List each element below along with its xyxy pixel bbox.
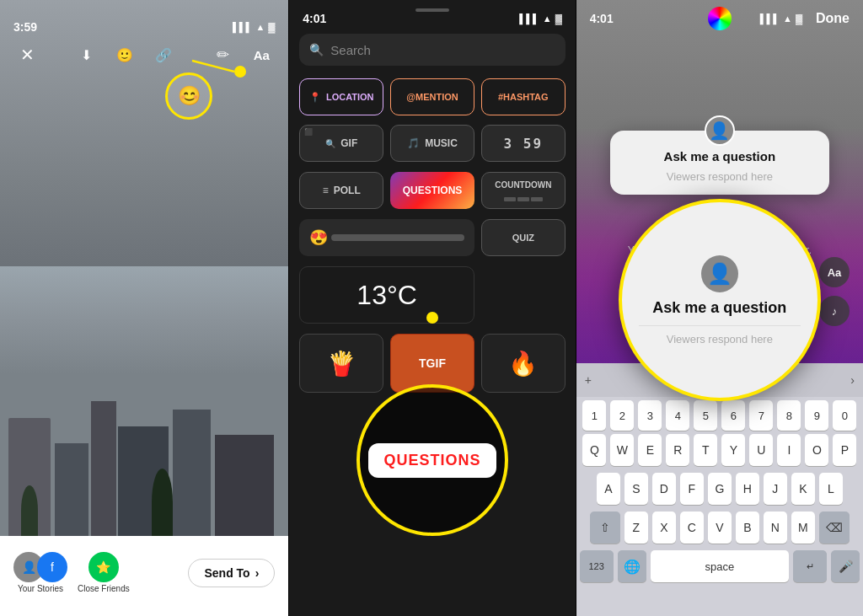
key-n[interactable]: N (764, 512, 787, 544)
sticker-button[interactable]: 😊 (165, 72, 212, 120)
poll-sticker[interactable]: ≡ POLL (299, 172, 383, 209)
return-key[interactable]: ↵ (793, 550, 827, 582)
key-w[interactable]: W (610, 434, 634, 466)
status-bar-panel3: 4:01 ▌▌▌ ▲ ▓ Done (576, 0, 863, 32)
countdown-sticker[interactable]: COUNTDOWN (481, 172, 566, 209)
done-button[interactable]: Done (816, 11, 850, 26)
send-to-button[interactable]: Send To › (188, 559, 275, 587)
music-button[interactable]: ♪ (819, 296, 850, 326)
mention-sticker[interactable]: @MENTION (390, 78, 474, 115)
battery-icon: ▓ (268, 22, 275, 32)
key-3[interactable]: 3 (638, 400, 662, 431)
key-0[interactable]: 0 (833, 400, 856, 431)
key-h[interactable]: H (736, 473, 759, 505)
key-2[interactable]: 2 (610, 400, 634, 431)
big-card-placeholder: Viewers respond here (639, 325, 801, 345)
keyboard: + Lol | Omg › 1 2 3 4 5 6 7 8 9 0 Q W E (576, 363, 863, 616)
key-y[interactable]: Y (721, 434, 745, 466)
key-t[interactable]: T (694, 434, 717, 466)
question-card-small: 👤 Ask me a question Viewers respond here (610, 131, 829, 195)
key-m[interactable]: M (791, 512, 815, 544)
timer-sticker[interactable]: ⬛ 3 59 (481, 125, 566, 162)
close-button[interactable]: ✕ (13, 41, 40, 68)
wifi-icon: ▲ (255, 22, 265, 32)
key-8[interactable]: 8 (777, 400, 801, 431)
time-panel3: 4:01 (590, 12, 614, 25)
text-icon[interactable]: Aa (248, 41, 275, 68)
text-style-button[interactable]: Aa (819, 257, 850, 287)
sticker-row-1: 📍 LOCATION @MENTION #HASHTAG (299, 78, 565, 115)
key-4[interactable]: 4 (666, 400, 689, 431)
top-right-controls: ▌▌▌ ▲ ▓ Done (760, 11, 850, 26)
question-card-big: 👤 Ask me a question Viewers respond here (619, 199, 821, 401)
key-d[interactable]: D (652, 473, 676, 505)
key-1[interactable]: 1 (582, 400, 606, 431)
key-a[interactable]: A (597, 473, 620, 505)
sticker-row-2: 🔍 GIF 🎵 MUSIC ⬛ 3 59 (299, 125, 565, 162)
hashtag-sticker[interactable]: #HASHTAG (481, 78, 566, 115)
color-picker-button[interactable] (708, 7, 732, 30)
key-r[interactable]: R (666, 434, 689, 466)
questions-sticker[interactable]: QUESTIONS (390, 172, 474, 209)
questions-highlight-circle: QUESTIONS (356, 384, 508, 536)
key-6[interactable]: 6 (721, 400, 745, 431)
key-s[interactable]: S (624, 473, 648, 505)
key-z[interactable]: Z (624, 512, 648, 544)
key-q[interactable]: Q (582, 434, 606, 466)
emoji-slider[interactable] (331, 234, 464, 241)
key-i[interactable]: I (777, 434, 801, 466)
key-p[interactable]: P (833, 434, 856, 466)
signal-icon: ▌▌▌ (233, 22, 252, 32)
location-icon: 📍 (309, 92, 321, 103)
temperature-sticker[interactable]: 13°C (299, 266, 474, 324)
fire-sticker[interactable]: 🔥 (481, 334, 566, 393)
question-card-placeholder-small: Viewers respond here (622, 170, 817, 183)
key-5[interactable]: 5 (694, 400, 717, 431)
key-b[interactable]: B (736, 512, 759, 544)
link-icon[interactable]: 🔗 (150, 41, 177, 68)
big-card-title: Ask me a question (652, 299, 786, 317)
key-v[interactable]: V (708, 512, 732, 544)
key-g[interactable]: G (708, 473, 732, 505)
status-icons-panel2: ▌▌▌ ▲ ▓ (519, 13, 561, 24)
space-key[interactable]: space (651, 550, 789, 582)
zxcv-row: ⇧ Z X C V B N M ⌫ (576, 508, 863, 547)
mic-key[interactable]: 🎤 (831, 550, 860, 582)
status-bar-panel2: 4:01 ▌▌▌ ▲ ▓ (289, 0, 575, 32)
draw-icon[interactable]: ✏ (209, 41, 236, 68)
poll-icon: ≡ (323, 185, 329, 196)
emoji-face-icon[interactable]: 🙂 (111, 41, 138, 68)
status-icons-panel1: ▌▌▌ ▲ ▓ (233, 22, 275, 32)
quiz-sticker[interactable]: QUIZ (481, 219, 566, 256)
asdf-row: A S D F G H J K L (576, 469, 863, 508)
key-9[interactable]: 9 (805, 400, 828, 431)
key-c[interactable]: C (680, 512, 704, 544)
download-icon[interactable]: ⬇ (72, 41, 99, 68)
key-7[interactable]: 7 (749, 400, 773, 431)
panel-3: 4:01 ▌▌▌ ▲ ▓ Done 👤 Ask me a question Vi… (576, 0, 863, 616)
annotation-dot-2 (426, 312, 438, 324)
key-x[interactable]: X (652, 512, 676, 544)
search-placeholder: Search (330, 43, 371, 57)
backspace-key[interactable]: ⌫ (819, 512, 850, 544)
search-bar[interactable]: 🔍 Search (299, 34, 565, 66)
number-switch-key[interactable]: 123 (580, 550, 614, 582)
close-friends-label: Close Friends (78, 584, 130, 593)
friday-sticker[interactable]: 🍟 (299, 334, 383, 393)
emoji-row-sticker[interactable]: 😍 (299, 219, 474, 256)
signal-icon-2: ▌▌▌ (519, 13, 539, 24)
key-o[interactable]: O (805, 434, 828, 466)
your-stories-label: Your Stories (18, 584, 63, 593)
key-l[interactable]: L (819, 473, 843, 505)
emoji-key[interactable]: 🌐 (618, 550, 646, 582)
key-e[interactable]: E (638, 434, 662, 466)
close-friends-avatar: ⭐ (88, 552, 119, 582)
key-k[interactable]: K (791, 473, 815, 505)
key-u[interactable]: U (749, 434, 773, 466)
key-f[interactable]: F (680, 473, 704, 505)
big-card-content: 👤 Ask me a question Viewers respond here (622, 242, 817, 359)
shift-key[interactable]: ⇧ (590, 512, 620, 544)
key-j[interactable]: J (764, 473, 787, 505)
music-sticker[interactable]: 🎵 MUSIC (390, 125, 474, 162)
location-sticker[interactable]: 📍 LOCATION (299, 78, 383, 115)
